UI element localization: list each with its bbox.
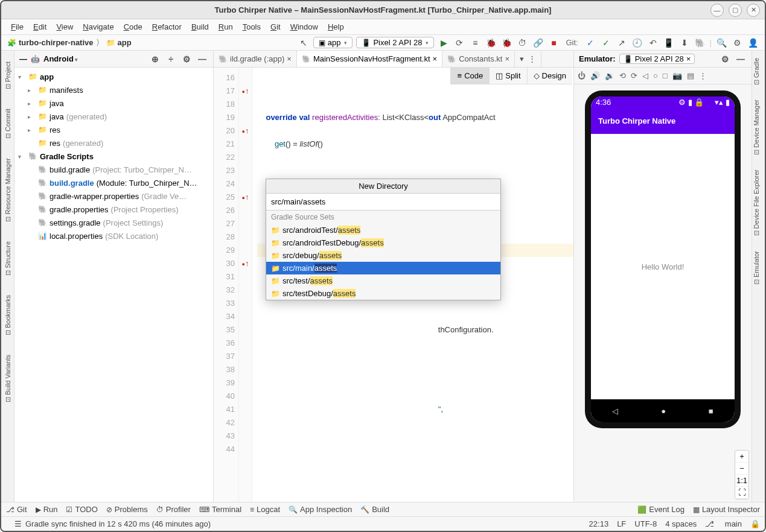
left-rail-resource-manager[interactable]: ⊡ Resource Manager bbox=[4, 153, 11, 227]
menu-view[interactable]: View bbox=[53, 21, 77, 33]
tree-item[interactable]: ▸📁res bbox=[14, 123, 213, 136]
overview-icon[interactable]: □ bbox=[663, 71, 668, 80]
design-mode-tab[interactable]: ◇ Design bbox=[527, 68, 572, 84]
directory-name-input[interactable] bbox=[266, 194, 500, 211]
volume-up-icon[interactable]: 🔊 bbox=[590, 71, 600, 80]
screenshot-icon[interactable]: 📷 bbox=[672, 71, 682, 80]
search-everywhere-button[interactable]: 🔍 bbox=[715, 37, 727, 49]
line-separator[interactable]: LF bbox=[617, 519, 626, 528]
left-rail-build-variants[interactable]: ⊡ Build Variants bbox=[4, 350, 11, 407]
zoom-controls[interactable]: + − 1:1 ⛶ bbox=[735, 450, 749, 499]
bottom-tab-git[interactable]: ⎇ Git bbox=[6, 505, 27, 514]
close-tab-icon[interactable]: × bbox=[287, 54, 292, 63]
popup-suggestion-item[interactable]: 📁src/debug/assets bbox=[266, 249, 500, 262]
rotate-left-icon[interactable]: ⟲ bbox=[619, 71, 626, 80]
power-icon[interactable]: ⏻ bbox=[578, 71, 586, 80]
back-icon[interactable]: ◁ bbox=[642, 71, 648, 80]
debug-button[interactable]: 🐞 bbox=[485, 37, 497, 49]
avd-manager-button[interactable]: 📱 bbox=[663, 37, 675, 49]
tree-item[interactable]: ▾📁app bbox=[14, 70, 213, 83]
settings-button[interactable]: ⚙ bbox=[731, 37, 743, 49]
nav-home-icon[interactable]: ● bbox=[661, 407, 666, 416]
right-rail-device-file-explorer[interactable]: ⊡ Device File Explorer bbox=[752, 162, 760, 243]
snapshot-icon[interactable]: ▤ bbox=[687, 71, 694, 80]
cursor-position[interactable]: 22:13 bbox=[589, 519, 609, 528]
menu-code[interactable]: Code bbox=[120, 21, 146, 33]
phone-screen[interactable]: 4:36 ⚙ ▮ 🔒 ▾▴ ▮ Turbo Chirper Native Hel… bbox=[591, 97, 735, 422]
menu-refactor[interactable]: Refactor bbox=[148, 21, 185, 33]
zoom-fit-button[interactable]: ⛶ bbox=[735, 487, 748, 499]
more-icon[interactable]: ⋮ bbox=[699, 71, 707, 80]
account-icon[interactable]: 👤 bbox=[747, 37, 759, 49]
rotate-right-icon[interactable]: ⟳ bbox=[631, 71, 637, 80]
editor-tab[interactable]: 🐘ild.gradle (:app) × bbox=[214, 51, 297, 67]
sync-gradle-button[interactable]: 🐘 bbox=[694, 37, 706, 49]
lock-icon[interactable]: 🔒 bbox=[750, 519, 760, 528]
left-rail-bookmarks[interactable]: ⊡ Bookmarks bbox=[4, 290, 11, 340]
bottom-tab-build[interactable]: 🔨 Build bbox=[360, 505, 389, 514]
close-icon[interactable]: × bbox=[686, 54, 691, 63]
right-rail-emulator[interactable]: ⊡ Emulator bbox=[752, 244, 760, 292]
popup-suggestion-item[interactable]: 📁src/test/assets bbox=[266, 274, 500, 287]
menu-git[interactable]: Git bbox=[267, 21, 284, 33]
vcs-commit-button[interactable]: ✓ bbox=[600, 37, 612, 49]
emulator-settings-icon[interactable]: ⚙ bbox=[719, 53, 731, 65]
tree-item[interactable]: 📁res (generated) bbox=[14, 136, 213, 150]
git-branch[interactable]: ⎇ main bbox=[705, 519, 742, 528]
volume-down-icon[interactable]: 🔉 bbox=[605, 71, 614, 80]
profile-button[interactable]: ⏱ bbox=[516, 37, 528, 49]
tree-item[interactable]: 🐘gradle-wrapper.properties (Gradle Ve… bbox=[14, 189, 213, 203]
menu-run[interactable]: Run bbox=[215, 21, 237, 33]
back-arrow-icon[interactable]: ↖ bbox=[298, 37, 310, 49]
hide-panel-icon[interactable]: — bbox=[196, 53, 208, 65]
tree-item[interactable]: 🐘build.gradle (Project: Turbo_Chirper_N… bbox=[14, 163, 213, 176]
editor-tab[interactable]: 🐘Constants.kt × bbox=[442, 51, 515, 67]
tree-item[interactable]: ▸📁java (generated) bbox=[14, 110, 213, 123]
sdk-manager-button[interactable]: ⬇ bbox=[678, 37, 691, 49]
menu-help[interactable]: Help bbox=[324, 21, 348, 33]
tree-item[interactable]: 📊local.properties (SDK Location) bbox=[14, 229, 213, 242]
split-mode-tab[interactable]: ◫ Split bbox=[489, 68, 526, 84]
apply-code-button[interactable]: ≡ bbox=[469, 37, 481, 49]
bottom-tab-terminal[interactable]: ⌨ Terminal bbox=[199, 505, 241, 514]
zoom-in-button[interactable]: + bbox=[735, 451, 748, 463]
menu-window[interactable]: Window bbox=[287, 21, 322, 33]
left-rail-commit[interactable]: ⊡ Commit bbox=[4, 104, 11, 144]
close-tab-icon[interactable]: × bbox=[505, 54, 509, 63]
popup-suggestion-list[interactable]: 📁src/androidTest/assets📁src/androidTestD… bbox=[266, 224, 500, 300]
bottom-tab-event-log[interactable]: 🟩 Event Log bbox=[637, 505, 685, 514]
tree-item[interactable]: ▸📁manifests bbox=[14, 83, 213, 97]
tree-item[interactable]: ▾🐘Gradle Scripts bbox=[14, 150, 213, 163]
popup-suggestion-item[interactable]: 📁src/testDebug/assets bbox=[266, 287, 500, 300]
tree-item[interactable]: 🐘gradle.properties (Project Properties) bbox=[14, 203, 213, 216]
menu-navigate[interactable]: Navigate bbox=[79, 21, 117, 33]
close-tab-icon[interactable]: × bbox=[433, 54, 438, 63]
project-view-selector[interactable]: Android bbox=[43, 54, 78, 63]
close-button[interactable]: ✕ bbox=[747, 4, 760, 17]
run-config-selector[interactable]: ▣ app bbox=[313, 37, 353, 48]
popup-suggestion-item[interactable]: 📁src/androidTest/assets bbox=[266, 224, 500, 236]
editor-tab[interactable]: 🐘MainSessionNavHostFragment.kt × bbox=[297, 51, 442, 67]
nav-back-icon[interactable]: ◁ bbox=[612, 407, 618, 416]
popup-suggestion-item[interactable]: 📁src/androidTestDebug/assets bbox=[266, 236, 500, 249]
nav-overview-icon[interactable]: ■ bbox=[709, 407, 713, 416]
minimize-button[interactable]: — bbox=[710, 4, 724, 17]
stop-button[interactable]: ■ bbox=[547, 37, 560, 49]
indent-settings[interactable]: 4 spaces bbox=[665, 519, 697, 528]
zoom-out-button[interactable]: − bbox=[735, 463, 748, 475]
tree-item[interactable]: 🐘build.gradle (Module: Turbo_Chirper_N… bbox=[14, 176, 213, 189]
vcs-push-button[interactable]: ↗ bbox=[616, 37, 628, 49]
device-selector[interactable]: 📱 Pixel 2 API 28 bbox=[356, 37, 434, 48]
menu-edit[interactable]: Edit bbox=[30, 21, 50, 33]
left-rail-project[interactable]: ⊡ Project bbox=[4, 57, 11, 94]
right-rail-device-manager[interactable]: ⊡ Device Manager bbox=[752, 92, 760, 162]
tree-item[interactable]: ▸📁java bbox=[14, 97, 213, 110]
zoom-reset-button[interactable]: 1:1 bbox=[735, 475, 748, 487]
tree-item[interactable]: 🐘settings.gradle (Project Settings) bbox=[14, 216, 213, 229]
vcs-revert-button[interactable]: ↶ bbox=[647, 37, 659, 49]
project-tree[interactable]: ▾📁app▸📁manifests▸📁java▸📁java (generated)… bbox=[14, 68, 213, 502]
run-button[interactable]: ▶ bbox=[438, 37, 450, 49]
home-icon[interactable]: ○ bbox=[653, 71, 658, 80]
bottom-tab-layout-inspector[interactable]: ▦ Layout Inspector bbox=[693, 505, 760, 514]
bottom-tab-app-inspection[interactable]: 🔍 App Inspection bbox=[289, 505, 352, 514]
